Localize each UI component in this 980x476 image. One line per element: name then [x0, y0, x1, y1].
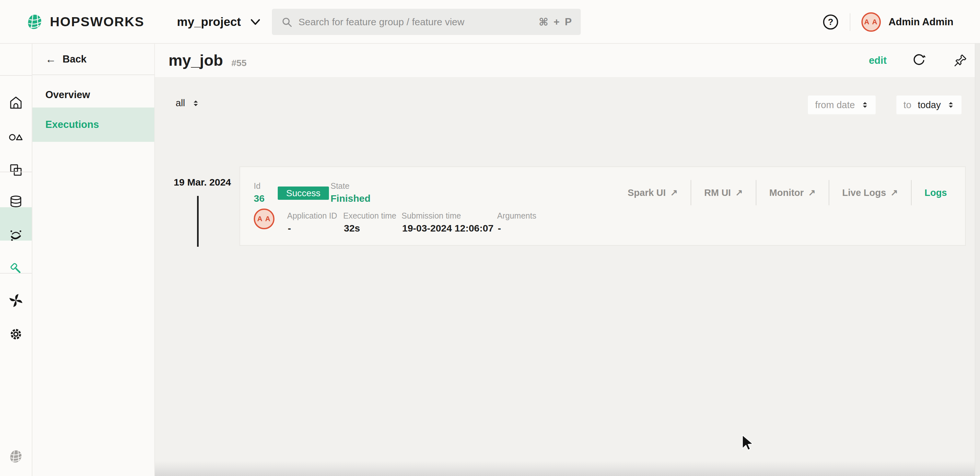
- field-value: 19-03-2024 12:06:07: [402, 223, 493, 234]
- rail-separator: [0, 171, 32, 172]
- topbar-right: ? A A Admin Admin: [822, 0, 980, 44]
- field-label: Submission time: [401, 211, 461, 221]
- bottom-shadow: [155, 461, 980, 476]
- pin-button[interactable]: [953, 54, 967, 67]
- arcs-dots-icon: [8, 228, 24, 243]
- execution-id: 36: [254, 193, 264, 204]
- topbar-divider: [850, 13, 850, 31]
- from-date-select[interactable]: from date: [808, 95, 876, 114]
- user-menu-button[interactable]: A A Admin Admin: [861, 12, 953, 32]
- timeline-bar: [197, 196, 199, 247]
- select-spinner-icon: [947, 101, 955, 109]
- command-key-icon: ⌘: [539, 16, 548, 28]
- edit-button[interactable]: edit: [869, 55, 887, 67]
- search-shortcut: ⌘ + P: [539, 16, 572, 28]
- to-date-select[interactable]: to today: [896, 95, 961, 114]
- brand-wordmark: HOPSWORKS: [50, 14, 144, 30]
- execution-actions: Spark UI ↗ RM UI ↗ Monitor ↗ Live Logs ↗…: [615, 180, 960, 205]
- hopsworks-logo-icon: [26, 13, 43, 31]
- rail-item-settings[interactable]: [0, 325, 32, 343]
- executions-label: Executions: [45, 119, 99, 130]
- date-filters: from date to today: [808, 95, 961, 114]
- to-date-value: today: [918, 100, 941, 110]
- external-link-icon: ↗: [735, 187, 743, 198]
- rail-separator: [0, 75, 32, 76]
- field-label: Execution time: [343, 211, 396, 221]
- external-link-icon: ↗: [670, 187, 678, 198]
- vertical-scrollbar[interactable]: [975, 44, 980, 476]
- job-nav-item-executions[interactable]: Executions: [32, 108, 154, 142]
- overlapping-squares-icon: [8, 162, 24, 178]
- overview-label: Overview: [45, 89, 90, 101]
- rail-item-validation[interactable]: [0, 226, 32, 244]
- id-label: Id: [254, 181, 261, 191]
- chevron-down-icon: [250, 18, 261, 26]
- select-spinner-icon: [861, 101, 869, 109]
- database-icon: [8, 194, 24, 209]
- run-id-badge: #55: [231, 58, 247, 68]
- job-sidebar: ← Back Overview Executions: [32, 44, 155, 476]
- gear-icon: [8, 327, 24, 342]
- rail-item-airflow[interactable]: [0, 292, 32, 309]
- job-nav-item-overview[interactable]: Overview: [32, 82, 154, 108]
- from-date-value: from date: [815, 100, 855, 110]
- select-spinner-icon: [192, 99, 199, 107]
- live-logs-label: Live Logs: [842, 187, 886, 198]
- execution-type-filter[interactable]: all: [176, 98, 199, 108]
- circle-triangle-icon: [8, 130, 24, 145]
- search-icon: [281, 16, 293, 28]
- execution-card: Id 36 Success State Finished A A Applica…: [240, 167, 966, 246]
- page-title: my_job: [169, 51, 223, 69]
- logs-button[interactable]: Logs: [911, 180, 960, 205]
- hopsworks-mark-gray-icon: [8, 449, 23, 464]
- page-header: my_job #55 edit: [155, 44, 980, 77]
- global-search: ⌘ + P: [272, 9, 581, 35]
- field-value: 32s: [344, 223, 360, 234]
- external-link-icon: ↗: [891, 187, 898, 198]
- rail-separator: [0, 273, 32, 274]
- monitor-button[interactable]: Monitor ↗: [756, 180, 829, 205]
- back-button[interactable]: ← Back: [32, 44, 154, 75]
- user-avatar: A A: [861, 12, 881, 32]
- icon-rail: [0, 44, 32, 476]
- execution-group-date: 19 Mar. 2024: [174, 177, 231, 188]
- rail-item-home[interactable]: [0, 94, 32, 112]
- rail-footer: [0, 449, 32, 464]
- external-link-icon: ↗: [808, 187, 816, 198]
- rail-item-jobs-active[interactable]: [0, 259, 32, 278]
- state-value: Finished: [331, 193, 371, 204]
- field-value: -: [288, 223, 291, 234]
- topbar: HOPSWORKS my_project ⌘ + P ? A A: [0, 0, 980, 44]
- monitor-label: Monitor: [769, 187, 804, 198]
- brand: HOPSWORKS: [26, 0, 144, 44]
- back-label: Back: [62, 54, 86, 65]
- home-icon: [8, 95, 24, 111]
- project-name: my_project: [177, 15, 241, 29]
- help-button[interactable]: ?: [822, 14, 839, 30]
- rm-ui-label: RM UI: [704, 187, 731, 198]
- field-label: Arguments: [497, 211, 536, 221]
- plus-icon: +: [554, 16, 560, 28]
- rail-item-datastore[interactable]: [0, 193, 32, 211]
- project-selector[interactable]: my_project: [177, 0, 261, 44]
- field-value: -: [498, 223, 501, 234]
- status-badge: Success: [278, 187, 329, 200]
- field-label: Application ID: [287, 211, 337, 221]
- execution-avatar: A A: [254, 208, 275, 229]
- rm-ui-button[interactable]: RM UI ↗: [690, 180, 756, 205]
- pinwheel-icon: [8, 293, 24, 308]
- type-filter-value: all: [176, 98, 185, 108]
- rail-item-shapes[interactable]: [0, 128, 32, 146]
- rail-item-collections[interactable]: [0, 161, 32, 179]
- back-arrow-icon: ←: [45, 53, 56, 65]
- search-input[interactable]: [299, 16, 539, 27]
- main-area: my_job #55 edit all: [155, 44, 980, 476]
- live-logs-button[interactable]: Live Logs ↗: [829, 180, 911, 205]
- executions-content: all from date to today: [155, 77, 980, 476]
- logs-label: Logs: [924, 187, 947, 198]
- refresh-button[interactable]: [911, 53, 926, 68]
- to-prefix: to: [904, 100, 911, 110]
- spark-ui-label: Spark UI: [628, 187, 666, 198]
- state-label: State: [331, 181, 349, 191]
- spark-ui-button[interactable]: Spark UI ↗: [615, 180, 690, 205]
